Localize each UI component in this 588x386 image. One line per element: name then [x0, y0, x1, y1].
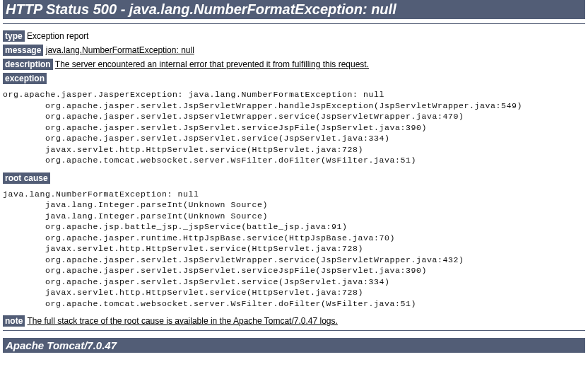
type-value: Exception report [25, 31, 89, 41]
description-value: The server encountered an internal error… [55, 59, 369, 69]
message-line: message java.lang.NumberFormatException:… [3, 45, 585, 55]
note-value: The full stack trace of the root cause i… [27, 316, 337, 326]
root-cause-stacktrace: java.lang.NumberFormatException: null ja… [3, 189, 585, 310]
page-title: HTTP Status 500 - java.lang.NumberFormat… [3, 0, 585, 19]
exception-stacktrace: org.apache.jasper.JasperException: java.… [3, 89, 585, 166]
root-cause-heading: root cause [3, 173, 585, 183]
description-line: description The server encountered an in… [3, 59, 585, 69]
root-cause-label: root cause [3, 172, 50, 184]
note-line: note The full stack trace of the root ca… [3, 316, 585, 326]
exception-label: exception [3, 73, 47, 84]
type-label: type [3, 30, 25, 42]
message-value: java.lang.NumberFormatException: null [46, 45, 194, 55]
description-label: description [3, 59, 53, 70]
note-label: note [3, 315, 25, 327]
message-label: message [3, 45, 43, 56]
type-line: type Exception report [3, 31, 585, 41]
divider [3, 330, 585, 331]
divider [3, 23, 585, 24]
exception-heading: exception [3, 74, 585, 83]
server-footer: Apache Tomcat/7.0.47 [3, 338, 585, 353]
